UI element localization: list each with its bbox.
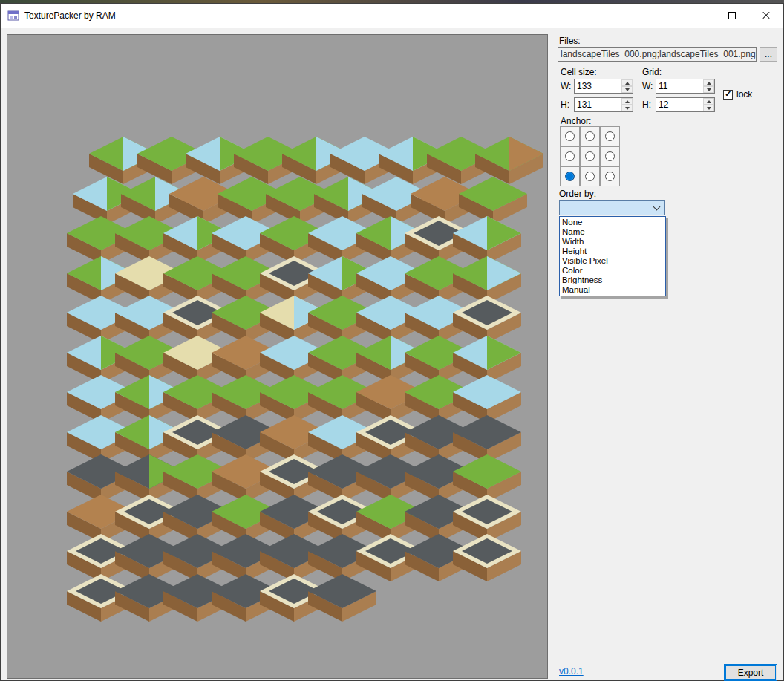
down-arrow-icon (625, 88, 630, 91)
checkbox-icon[interactable]: ✓ (723, 90, 733, 100)
grid-h-down-button[interactable] (703, 105, 714, 111)
cell-w-up-button[interactable] (621, 79, 633, 86)
minimize-button[interactable] (681, 4, 715, 27)
grid-w-input[interactable] (656, 79, 703, 93)
cell-w-stepper[interactable] (574, 79, 633, 94)
maximize-icon (728, 12, 736, 19)
window-title: TexturePacker by RAM (24, 10, 116, 21)
tile-sprite[interactable] (308, 574, 376, 622)
anchor-cell[interactable] (560, 126, 580, 146)
anchor-cell[interactable] (580, 126, 600, 146)
anchor-cell[interactable] (600, 146, 620, 166)
tile-sprite[interactable] (453, 534, 521, 581)
anchor-radio[interactable] (585, 172, 595, 181)
order-by-option[interactable]: Visible Pixel (560, 256, 665, 266)
anchor-radio[interactable] (605, 151, 615, 161)
anchor-radio[interactable] (565, 172, 575, 181)
cell-w-label: W: (561, 81, 571, 91)
grid-w-down-button[interactable] (703, 86, 714, 93)
browse-button[interactable]: ... (760, 47, 777, 62)
grid-h-label: H: (642, 100, 651, 110)
down-arrow-icon (625, 107, 630, 110)
grid-h-input[interactable] (656, 98, 703, 111)
up-arrow-icon (707, 100, 711, 103)
app-window: TexturePacker by RAM Files: landscapeTil… (0, 3, 784, 681)
anchor-label: Anchor: (561, 116, 591, 126)
grid-w-label: W: (642, 81, 653, 91)
anchor-grid (560, 126, 620, 186)
tile-canvas[interactable] (7, 34, 548, 679)
order-by-option[interactable]: Height (560, 247, 665, 256)
up-arrow-icon (707, 82, 711, 85)
anchor-cell[interactable] (600, 126, 620, 146)
anchor-cell[interactable] (580, 146, 600, 166)
lock-label: lock (736, 89, 752, 100)
up-arrow-icon (625, 82, 630, 85)
files-input[interactable]: landscapeTiles_000.png;landscapeTiles_00… (558, 47, 757, 62)
app-icon (7, 10, 19, 22)
anchor-radio[interactable] (605, 172, 615, 181)
anchor-cell[interactable] (580, 166, 600, 186)
export-button[interactable]: Export (724, 664, 777, 681)
grid-h-up-button[interactable] (703, 98, 714, 105)
down-arrow-icon (707, 88, 711, 91)
check-icon: ✓ (725, 88, 732, 99)
anchor-radio[interactable] (585, 151, 595, 161)
anchor-radio[interactable] (565, 131, 575, 141)
cell-h-down-button[interactable] (621, 105, 633, 111)
maximize-button[interactable] (715, 4, 749, 27)
cell-size-label: Cell size: (561, 67, 597, 77)
anchor-radio[interactable] (605, 131, 615, 141)
grid-label: Grid: (642, 67, 662, 77)
order-by-label: Order by: (559, 189, 596, 199)
order-by-option[interactable]: Width (560, 237, 665, 247)
grid-w-stepper[interactable] (656, 79, 715, 94)
anchor-radio[interactable] (585, 131, 595, 141)
order-by-combobox[interactable] (559, 200, 665, 215)
order-by-dropdown: NoneNameWidthHeightVisible PixelColorBri… (559, 216, 666, 296)
anchor-cell[interactable] (560, 146, 580, 166)
files-label: Files: (559, 36, 581, 46)
close-button[interactable] (749, 4, 783, 27)
up-arrow-icon (625, 100, 630, 103)
lock-checkbox[interactable]: ✓ lock (723, 89, 752, 100)
order-by-option[interactable]: Brightness (560, 276, 665, 285)
cell-h-label: H: (561, 100, 569, 110)
minimize-icon (694, 16, 702, 16)
order-by-option[interactable]: Manual (560, 285, 665, 295)
cell-w-input[interactable] (575, 79, 621, 93)
cell-h-input[interactable] (575, 98, 621, 111)
anchor-radio[interactable] (565, 151, 575, 161)
cell-w-down-button[interactable] (621, 86, 633, 93)
grid-w-up-button[interactable] (703, 79, 714, 86)
order-by-option[interactable]: None (560, 218, 665, 227)
down-arrow-icon (707, 107, 711, 110)
cell-h-up-button[interactable] (621, 98, 633, 105)
cell-h-stepper[interactable] (574, 97, 633, 112)
title-bar[interactable]: TexturePacker by RAM (1, 4, 783, 28)
order-by-option[interactable]: Name (560, 227, 665, 237)
anchor-cell[interactable] (600, 166, 620, 186)
grid-h-stepper[interactable] (656, 97, 715, 112)
client-area: Files: landscapeTiles_000.png;landscapeT… (1, 28, 783, 680)
order-by-option[interactable]: Color (560, 266, 665, 276)
chevron-down-icon (653, 203, 661, 210)
version-link[interactable]: v0.0.1 (559, 666, 584, 677)
anchor-cell[interactable] (560, 166, 580, 186)
close-icon (762, 11, 771, 20)
